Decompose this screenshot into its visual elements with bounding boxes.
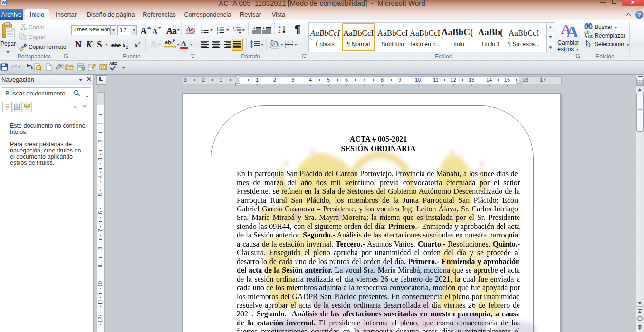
svg-text:3: 3 <box>217 31 218 34</box>
svg-text:i: i <box>236 31 236 34</box>
